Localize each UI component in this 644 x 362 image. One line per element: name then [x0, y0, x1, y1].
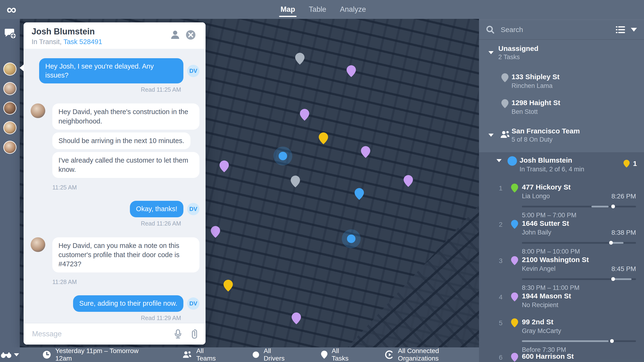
badge-count: 1: [633, 160, 637, 168]
task-link[interactable]: Task 528491: [64, 38, 102, 46]
task-window: 8:00 PM – 10:00 PM: [522, 248, 636, 255]
dispatcher-avatar: DV: [187, 203, 200, 215]
task-seq: 4: [499, 292, 502, 301]
task-progress-bar: [522, 206, 636, 208]
search-input[interactable]: [500, 26, 610, 34]
list-view-icon[interactable]: [616, 26, 625, 34]
message-bubble-sent: Hey Josh, I see you're delayed. Any issu…: [39, 58, 184, 84]
map-pin-gray[interactable]: [291, 176, 300, 187]
chevron-down-icon[interactable]: [631, 28, 637, 32]
close-chat-icon[interactable]: [185, 30, 196, 41]
view-tabs: Map Table Analyze: [280, 0, 366, 19]
teams-filter-label: All Teams: [196, 347, 224, 362]
time-filter-label: Yesterday 11pm – Tomorrow 12am: [56, 347, 154, 362]
teams-icon: [182, 351, 192, 359]
chat-input-bar: [24, 323, 206, 344]
message-bubble-sent: Sure, adding to their profile now.: [73, 295, 184, 312]
tab-map[interactable]: Map: [280, 0, 295, 19]
map-visibility-control[interactable]: [0, 348, 20, 362]
group-subtitle: 2 Tasks: [498, 53, 636, 61]
task-seq: 5: [499, 318, 502, 327]
tab-table[interactable]: Table: [309, 0, 326, 19]
task-address: 1944 Mason St: [522, 292, 636, 300]
collapse-caret-icon[interactable]: [488, 51, 494, 54]
task-recipient: John Baily: [522, 229, 551, 236]
driver-avatar[interactable]: [3, 141, 16, 154]
task-recipient: Kevin Angel: [522, 265, 556, 273]
route-task-row[interactable]: 1 477 Hickory St Lia Longo8:26 PM 5:00 P…: [479, 183, 644, 219]
dispatcher-avatar: DV: [187, 65, 200, 77]
driver-name: Josh Blumstein: [520, 156, 636, 164]
route-task-row[interactable]: 6 600 Harrison St Brian Rekasis: [479, 352, 644, 362]
collapse-caret-icon[interactable]: [488, 134, 494, 137]
driver-avatar[interactable]: [3, 102, 16, 115]
chat-status-text: In Transit,: [32, 38, 64, 46]
map-pin-purple[interactable]: [211, 226, 220, 238]
message-bubble-received: Hey David, can you make a note on this c…: [52, 237, 200, 272]
task-sidebar: Unassigned 2 Tasks 133 Shipley St Rinche…: [479, 0, 644, 362]
tab-analyze[interactable]: Analyze: [340, 0, 366, 19]
microphone-icon[interactable]: [174, 329, 182, 339]
map-pin-purple[interactable]: [300, 109, 309, 121]
driver-row-josh[interactable]: Josh Blumstein In Transit, 2 of 6, 4 min…: [479, 156, 644, 173]
orgs-filter-label: All Connected Organizations: [398, 347, 479, 362]
orgs-filter[interactable]: All Connected Organizations: [385, 347, 479, 362]
chat-panel-anchor: [20, 64, 24, 72]
task-progress-bar: [522, 278, 636, 280]
map-pin-blue[interactable]: [354, 188, 364, 200]
task-recipient: Rinchen Lama: [512, 82, 636, 90]
task-address: 2100 Washington St: [522, 256, 636, 264]
map-pin-purple[interactable]: [346, 65, 356, 77]
tasks-filter[interactable]: All Tasks: [321, 347, 357, 362]
map-pin-yellow[interactable]: [319, 132, 328, 144]
task-eta: 8:38 PM: [612, 229, 636, 236]
chat-sidebar: [0, 19, 20, 348]
drivers-filter[interactable]: All Drivers: [252, 347, 293, 362]
map-pin-yellow[interactable]: [224, 280, 233, 292]
route-task-row[interactable]: 3 2100 Washington St Kevin Angel8:45 PM …: [479, 256, 644, 292]
map-pin-purple[interactable]: [220, 160, 229, 172]
pin-icon-gray: [502, 73, 508, 82]
message-bubble-sent: Okay, thanks!: [130, 201, 184, 217]
driver-avatar: [31, 104, 45, 118]
team-title: San Francisco Team: [512, 126, 636, 136]
unassigned-task-row[interactable]: 1298 Haight St Ben Stott: [479, 99, 644, 116]
driver-avatar[interactable]: [3, 62, 16, 76]
collapse-caret-icon[interactable]: [496, 159, 502, 162]
map-pin-purple[interactable]: [404, 175, 413, 187]
team-icon: [500, 130, 510, 140]
chat-header: Josh Blumstein In Transit, Task 528491: [24, 22, 206, 49]
teams-filter[interactable]: All Teams: [182, 347, 224, 362]
task-seq: 6: [499, 352, 502, 361]
group-header-unassigned[interactable]: Unassigned 2 Tasks: [479, 44, 644, 61]
group-header-team[interactable]: San Francisco Team 5 of 8 On Duty: [479, 126, 644, 144]
task-recipient: Gray McCarty: [522, 327, 636, 335]
driver-avatar-josh[interactable]: [3, 82, 16, 95]
driver-status-dot: [508, 156, 517, 166]
pin-icon-blue: [511, 220, 518, 229]
chat-driver-name: Josh Blumstein: [32, 27, 95, 36]
task-eta: 8:26 PM: [612, 192, 636, 200]
driver-profile-icon[interactable]: [170, 30, 180, 41]
message-input[interactable]: [32, 330, 164, 338]
task-address: 600 Harrison St: [522, 352, 636, 360]
map-pin-purple[interactable]: [361, 146, 370, 158]
driver-avatar[interactable]: [3, 121, 16, 134]
task-address: 99 2nd St: [522, 318, 636, 326]
group-title: Unassigned: [498, 44, 636, 53]
new-chat-icon[interactable]: [4, 27, 16, 40]
attachment-icon[interactable]: [192, 329, 198, 339]
time-filter[interactable]: Yesterday 11pm – Tomorrow 12am: [42, 347, 154, 362]
driver-task-badge: 1: [624, 160, 637, 168]
app-root: ∞ Map Table Analyze ?: [0, 0, 644, 362]
task-address: 1298 Haight St: [512, 99, 636, 107]
route-task-row[interactable]: 5 99 2nd St Gray McCarty Before 7:30 PM: [479, 318, 644, 354]
map-pin-gray[interactable]: [295, 53, 304, 64]
task-address: 1646 Sutter St: [522, 220, 636, 228]
route-task-row[interactable]: 4 1944 Mason St No Recipient: [479, 292, 644, 309]
map-pin-purple[interactable]: [292, 312, 301, 324]
app-logo-infinity-icon[interactable]: ∞: [6, 2, 16, 17]
unassigned-task-row[interactable]: 133 Shipley St Rinchen Lama: [479, 73, 644, 90]
search-icon: [486, 26, 494, 34]
route-task-row[interactable]: 2 1646 Sutter St John Baily8:38 PM 8:00 …: [479, 220, 644, 255]
